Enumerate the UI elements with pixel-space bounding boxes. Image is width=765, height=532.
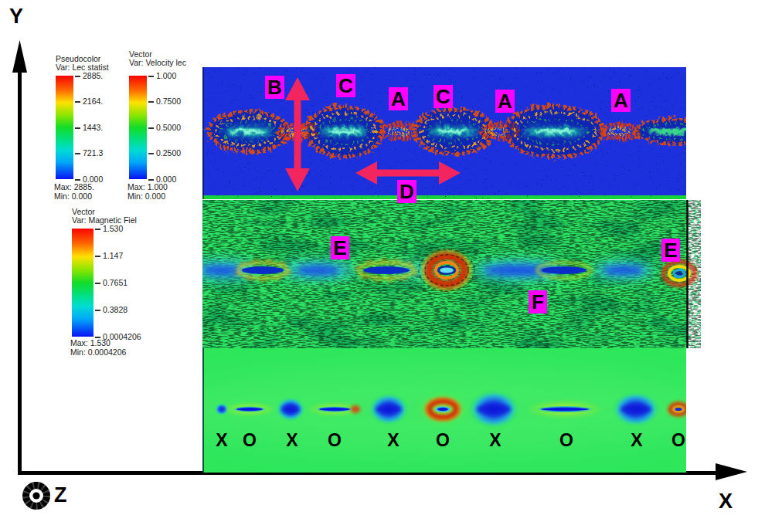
y-axis-arrowhead-icon [12, 40, 27, 73]
legend-min: Min: 0.000 [128, 191, 165, 201]
colorbar-tick: 1.000 [148, 71, 176, 80]
z-out-of-plane-icon [21, 480, 52, 511]
o-point-label: O [665, 430, 692, 451]
x-axis-label: X [719, 490, 733, 513]
annotation-A2: A [495, 90, 515, 113]
annotation-C2: C [434, 85, 453, 108]
legend-subtitle: Var: Velocity lec [129, 59, 186, 68]
panel-magnetic-field-vectors [202, 200, 701, 348]
colorbar-tick: 2885. [75, 71, 103, 80]
legend-max: Max: 1.000 [128, 182, 168, 191]
vertical-extent-arrow-icon [284, 77, 311, 191]
colorbar [129, 76, 147, 179]
o-point-label: O [429, 430, 457, 451]
red-ring-island [420, 395, 466, 424]
annotation-C1: C [336, 74, 355, 97]
colorbar-tick: 2164. [75, 97, 103, 106]
colorbar-tick: 0.2500 [148, 148, 181, 158]
y-axis-label: Y [9, 5, 23, 29]
legend-max: Max: 1.530 [70, 338, 110, 347]
legend-max: Max: 2885. [54, 182, 94, 191]
annotation-A3: A [611, 89, 631, 112]
annotation-F: F [529, 290, 547, 313]
legend-min: Min: 0.0004206 [70, 347, 126, 357]
colorbar-tick: 0.7500 [148, 97, 181, 106]
x-point-label: X [278, 430, 306, 451]
colorbar-tick: 1.147 [95, 251, 123, 260]
annotation-B: B [265, 76, 284, 99]
o-point-label: O [321, 430, 348, 451]
colorbar [72, 229, 94, 337]
colorbar-tick: 0.3828 [95, 305, 128, 314]
colorbar [56, 76, 73, 179]
colorbar-tick: 1.530 [95, 224, 123, 233]
edge-vortex [664, 262, 695, 285]
annotation-E2: E [661, 239, 680, 262]
x-point-label: X [379, 430, 407, 451]
legend-min: Min: 0.000 [54, 191, 92, 201]
colorbar-tick: 0.5000 [148, 123, 181, 132]
colorbar-tick: 721.3 [75, 148, 103, 158]
annotation-E1: E [331, 236, 349, 259]
panel-flux-contour [202, 348, 686, 473]
annotation-D: D [397, 180, 416, 203]
x-point-label: X [481, 430, 509, 451]
x-axis-arrowhead-icon [716, 463, 747, 480]
z-axis-label: Z [54, 483, 67, 507]
x-point-label: X [208, 430, 236, 451]
colorbar-tick: 0.7651 [95, 278, 128, 287]
annotation-A1: A [389, 87, 408, 110]
x-point-label: X [623, 430, 651, 451]
o-point-label: O [552, 430, 580, 451]
y-axis-line [18, 69, 22, 475]
colorbar-tick: 1443. [75, 123, 103, 132]
o-point-label: O [236, 430, 264, 451]
